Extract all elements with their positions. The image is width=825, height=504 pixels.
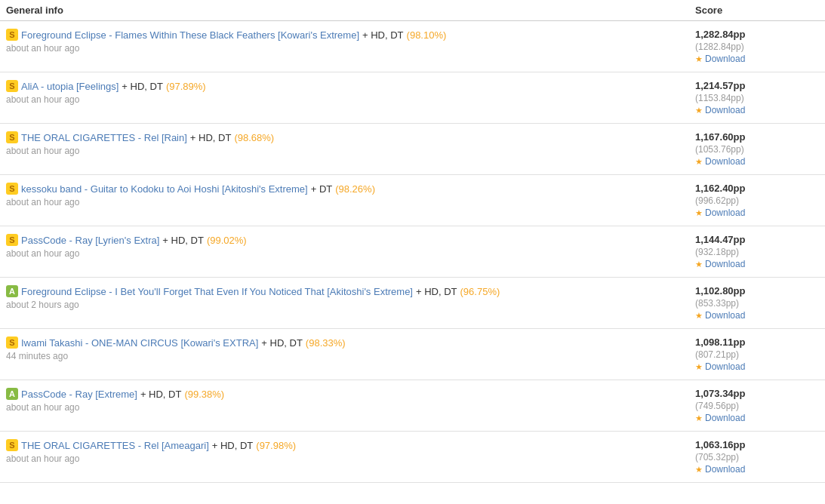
entry-mods-7: + HD, DT (140, 389, 182, 400)
score-weighted-8: (705.32pp) (695, 452, 739, 463)
entry-title-line-1: S AliA - utopia [Feelings] + HD, DT (97.… (6, 80, 695, 92)
download-link-7[interactable]: ★ Download (695, 413, 745, 423)
download-label-8: Download (705, 464, 745, 475)
table-row: S THE ORAL CIGARETTES - Rel [Rain] + HD,… (0, 124, 825, 175)
entry-acc-5: (96.75%) (460, 286, 500, 297)
entry-title-8: THE ORAL CIGARETTES - Rel [Ameagari] (21, 440, 209, 451)
score-main-7: 1,073.34pp (695, 388, 746, 399)
rank-badge-1: S (6, 80, 18, 92)
download-label-0: Download (705, 54, 745, 64)
entry-acc-7: (99.38%) (184, 389, 224, 400)
entry-time-6: 44 minutes ago (6, 351, 695, 361)
entry-time-3: about an hour ago (6, 197, 695, 207)
rank-badge-8: S (6, 439, 18, 451)
entry-right-8: 1,063.16pp (705.32pp) ★ Download (695, 439, 816, 475)
entry-title-line-7: A PassCode - Ray [Extreme] + HD, DT (99.… (6, 388, 695, 400)
table-row: S Foreground Eclipse - Flames Within The… (0, 21, 825, 72)
entry-acc-4: (99.02%) (207, 235, 247, 246)
download-link-5[interactable]: ★ Download (695, 310, 745, 321)
entry-left-6: S Iwami Takashi - ONE-MAN CIRCUS [Kowari… (6, 337, 695, 361)
entry-title-5: Foreground Eclipse - I Bet You'll Forget… (21, 286, 413, 297)
download-label-4: Download (705, 259, 745, 269)
star-icon-1: ★ (695, 106, 703, 115)
rank-badge-6: S (6, 337, 18, 349)
entry-time-4: about an hour ago (6, 248, 695, 259)
entry-title-4: PassCode - Ray [Lyrien's Extra] (21, 235, 159, 246)
entry-title-6: Iwami Takashi - ONE-MAN CIRCUS [Kowari's… (21, 337, 258, 349)
entry-right-0: 1,282.84pp (1282.84pp) ★ Download (695, 29, 816, 64)
entry-right-6: 1,098.11pp (807.21pp) ★ Download (695, 337, 816, 372)
entry-title-line-4: S PassCode - Ray [Lyrien's Extra] + HD, … (6, 234, 695, 246)
entry-left-2: S THE ORAL CIGARETTES - Rel [Rain] + HD,… (6, 131, 695, 156)
score-main-3: 1,162.40pp (695, 183, 746, 194)
score-weighted-1: (1153.84pp) (695, 93, 744, 103)
entry-title-2: THE ORAL CIGARETTES - Rel [Rain] (21, 132, 187, 143)
entry-acc-0: (98.10%) (407, 29, 447, 41)
entry-acc-1: (97.89%) (166, 81, 206, 92)
entry-mods-6: + HD, DT (261, 337, 303, 349)
table-row: S PassCode - Ray [Lyrien's Extra] + HD, … (0, 226, 825, 278)
entry-title-1: AliA - utopia [Feelings] (21, 81, 119, 92)
general-info-header: General info (6, 5, 63, 16)
table-row: S AliA - utopia [Feelings] + HD, DT (97.… (0, 72, 825, 124)
download-link-2[interactable]: ★ Download (695, 156, 745, 167)
download-link-4[interactable]: ★ Download (695, 259, 745, 269)
entry-title-line-5: A Foreground Eclipse - I Bet You'll Forg… (6, 285, 695, 297)
rank-badge-5: A (6, 285, 18, 297)
entry-title-line-2: S THE ORAL CIGARETTES - Rel [Rain] + HD,… (6, 131, 695, 143)
entry-mods-8: + HD, DT (212, 440, 254, 451)
entry-mods-2: + HD, DT (190, 132, 232, 143)
table-row: S Iwami Takashi - ONE-MAN CIRCUS [Kowari… (0, 329, 825, 380)
score-main-1: 1,214.57pp (695, 80, 746, 91)
download-link-6[interactable]: ★ Download (695, 361, 745, 372)
entry-time-2: about an hour ago (6, 146, 695, 156)
star-icon-2: ★ (695, 157, 703, 167)
entry-left-4: S PassCode - Ray [Lyrien's Extra] + HD, … (6, 234, 695, 259)
score-weighted-3: (996.62pp) (695, 195, 739, 206)
score-weighted-0: (1282.84pp) (695, 41, 744, 52)
download-link-8[interactable]: ★ Download (695, 464, 745, 475)
table-row: S THE ORAL CIGARETTES - Rel [Ameagari] +… (0, 432, 825, 483)
entry-time-8: about an hour ago (6, 453, 695, 464)
entry-mods-4: + HD, DT (162, 235, 204, 246)
entry-mods-0: + HD, DT (362, 29, 404, 41)
score-weighted-2: (1053.76pp) (695, 144, 744, 155)
score-weighted-7: (749.56pp) (695, 401, 739, 411)
entry-mods-5: + HD, DT (416, 286, 457, 297)
scores-table: General info Score S Foreground Eclipse … (0, 0, 825, 504)
entry-time-7: about an hour ago (6, 402, 695, 413)
entries-list: S Foreground Eclipse - Flames Within The… (0, 21, 825, 483)
rank-badge-3: S (6, 183, 18, 195)
entry-left-0: S Foreground Eclipse - Flames Within The… (6, 29, 695, 54)
star-icon-6: ★ (695, 362, 703, 372)
entry-left-5: A Foreground Eclipse - I Bet You'll Forg… (6, 285, 695, 310)
table-row: S kessoku band - Guitar to Kodoku to Aoi… (0, 175, 825, 226)
entry-left-8: S THE ORAL CIGARETTES - Rel [Ameagari] +… (6, 439, 695, 464)
score-main-5: 1,102.80pp (695, 285, 746, 297)
entry-left-3: S kessoku band - Guitar to Kodoku to Aoi… (6, 183, 695, 207)
entry-right-5: 1,102.80pp (853.33pp) ★ Download (695, 285, 816, 321)
star-icon-7: ★ (695, 413, 703, 423)
entry-time-1: about an hour ago (6, 94, 695, 105)
entry-title-3: kessoku band - Guitar to Kodoku to Aoi H… (21, 183, 308, 195)
score-weighted-6: (807.21pp) (695, 349, 739, 360)
star-icon-5: ★ (695, 311, 703, 321)
download-link-0[interactable]: ★ Download (695, 54, 745, 64)
score-header: Score (695, 5, 816, 16)
entry-right-4: 1,144.47pp (932.18pp) ★ Download (695, 234, 816, 269)
star-icon-0: ★ (695, 54, 703, 64)
download-link-3[interactable]: ★ Download (695, 207, 745, 218)
download-label-1: Download (705, 105, 745, 115)
entry-acc-6: (98.33%) (306, 337, 346, 349)
entry-right-2: 1,167.60pp (1053.76pp) ★ Download (695, 131, 816, 167)
score-main-8: 1,063.16pp (695, 439, 746, 450)
entry-acc-8: (97.98%) (256, 440, 296, 451)
download-label-7: Download (705, 413, 745, 423)
score-weighted-4: (932.18pp) (695, 247, 739, 257)
table-header: General info Score (0, 0, 825, 21)
entry-time-5: about 2 hours ago (6, 300, 695, 310)
entry-right-7: 1,073.34pp (749.56pp) ★ Download (695, 388, 816, 423)
rank-badge-4: S (6, 234, 18, 246)
download-link-1[interactable]: ★ Download (695, 105, 745, 115)
entry-mods-1: + HD, DT (122, 81, 163, 92)
